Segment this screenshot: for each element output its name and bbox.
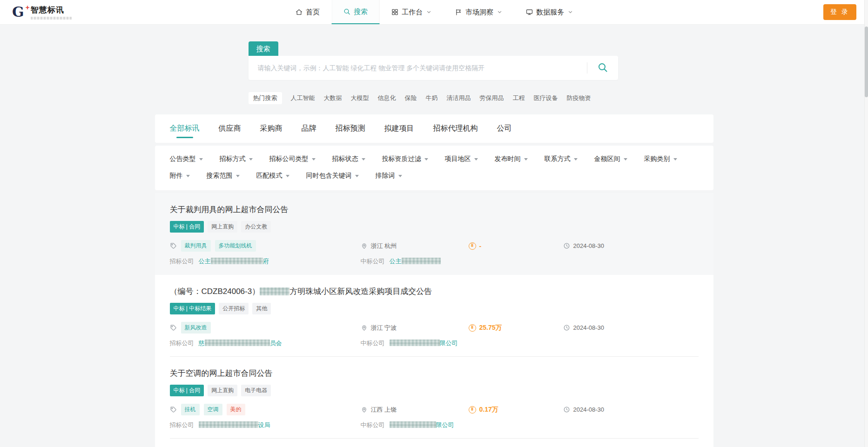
filter-include-keywords[interactable]: 同时包含关键词: [306, 172, 359, 180]
filter-bid-method[interactable]: 招标方式: [220, 155, 253, 163]
filter-label: 招标状态: [332, 155, 358, 163]
tender-company-name[interactable]: 公主府: [199, 258, 269, 265]
redacted-text: [211, 258, 263, 264]
filter-match-mode[interactable]: 匹配模式: [256, 172, 289, 180]
result-title[interactable]: 关于空调的网上超市合同公告: [170, 368, 699, 379]
result-meta-row: 新风改造浙江 宁波¥25.75万2024-08-30: [170, 322, 699, 334]
tender-company: 招标公司公主府: [170, 257, 361, 266]
tab-all-bids[interactable]: 全部标讯: [170, 114, 200, 143]
winner-company-name[interactable]: 限公司: [390, 340, 458, 347]
keyword-tag[interactable]: 空调: [204, 404, 222, 415]
keyword-tag[interactable]: 多功能划线机: [215, 240, 256, 252]
filter-amount-range[interactable]: 金额区间: [594, 155, 627, 163]
date-text: 2024-08-30: [573, 242, 605, 249]
filter-attachment[interactable]: 附件: [170, 172, 190, 180]
tab-purchaser[interactable]: 采购商: [260, 114, 283, 143]
filter-exclude-words[interactable]: 排除词: [376, 172, 402, 180]
keyword-tag[interactable]: 新风改造: [181, 322, 211, 334]
filter-bid-company-type[interactable]: 招标公司类型: [269, 155, 316, 163]
amount-text: 0.17万: [479, 406, 498, 414]
text-fragment: 府: [263, 258, 269, 265]
scrollbar-thumb[interactable]: [865, 27, 868, 97]
logo[interactable]: G+ 智慧标讯: [12, 5, 72, 20]
tag-icon: [170, 406, 177, 413]
hot-search-tag[interactable]: 防疫物资: [567, 94, 591, 102]
hot-search-tag[interactable]: 医疗设备: [534, 94, 558, 102]
text-fragment: 关于裁判用具的网上超市合同公告: [170, 205, 289, 214]
filter-bid-status[interactable]: 招标状态: [332, 155, 365, 163]
hot-search-tag[interactable]: 人工智能: [291, 94, 315, 102]
tab-bid-prediction[interactable]: 招标预测: [336, 114, 365, 143]
result-item: （编号：CDZB24006-3）方明珠城小区新风改造采购项目成交公告中标 | 中…: [155, 275, 713, 357]
result-title[interactable]: 关于裁判用具的网上超市合同公告: [170, 204, 699, 215]
keyword-tag[interactable]: 美的: [227, 404, 245, 415]
monitor-icon: [525, 8, 533, 16]
result-amount: ¥25.75万: [469, 324, 563, 332]
category-tabs: 全部标讯供应商采购商品牌招标预测拟建项目招标代理机构公司: [155, 114, 713, 143]
filter-label: 搜索范围: [207, 172, 233, 180]
caret-down-icon: [398, 175, 402, 177]
caret-down-icon: [673, 158, 677, 160]
winner-company-name[interactable]: 公主: [390, 258, 441, 265]
result-date: 2024-08-30: [563, 324, 605, 331]
search-section: 搜索 热门搜索 人工智能大数据大模型信息化保险牛奶清洁用品劳保用品工程医疗设备防…: [155, 25, 713, 104]
nav-item-workbench[interactable]: 工作台: [379, 0, 443, 24]
tag-icon: [170, 242, 177, 249]
filter-label: 同时包含关键词: [306, 172, 352, 180]
hot-search-tag[interactable]: 保险: [405, 94, 417, 102]
keyword-tag[interactable]: 挂机: [181, 404, 200, 415]
filter-row-2: 附件搜索范围匹配模式同时包含关键词排除词: [170, 172, 699, 185]
clock-icon: [563, 324, 570, 331]
result-meta-row: 挂机空调美的江西 上饶¥0.17万2024-08-30: [170, 404, 699, 415]
nav-item-data-service[interactable]: 数据服务: [514, 0, 585, 24]
caret-down-icon: [474, 158, 478, 160]
search-icon: [597, 62, 608, 74]
hot-search-tag[interactable]: 信息化: [378, 94, 396, 102]
result-keywords: 挂机空调美的: [170, 404, 361, 415]
tab-supplier[interactable]: 供应商: [219, 114, 241, 143]
filter-search-scope[interactable]: 搜索范围: [207, 172, 240, 180]
keyword-tag[interactable]: 裁判用具: [181, 240, 211, 252]
tab-label: 招标预测: [336, 124, 365, 133]
tender-company-name[interactable]: 慈员会: [199, 340, 282, 347]
filter-procurement-category[interactable]: 采购类别: [644, 155, 677, 163]
nav-item-home[interactable]: 首页: [283, 0, 331, 24]
nav-item-label: 数据服务: [536, 8, 564, 17]
tab-bid-agency[interactable]: 招标代理机构: [433, 114, 478, 143]
hot-search-tag[interactable]: 劳保用品: [480, 94, 504, 102]
filter-contact-info[interactable]: 联系方式: [545, 155, 578, 163]
login-button[interactable]: 登 录: [823, 4, 856, 20]
hot-search-tag[interactable]: 清洁用品: [447, 94, 471, 102]
scrollbar-track[interactable]: [864, 0, 868, 447]
result-location: 浙江 杭州: [361, 242, 469, 250]
hot-search-tag[interactable]: 大模型: [351, 94, 369, 102]
redacted-text: [205, 340, 270, 346]
result-title[interactable]: （编号：CDZB24006-3）方明珠城小区新风改造采购项目成交公告: [170, 286, 699, 297]
winner-company-name[interactable]: 限公司: [390, 421, 454, 428]
text-fragment: 限公司: [440, 340, 458, 347]
result-tag-row: 中标 | 合同网上直购电子电器: [170, 385, 699, 396]
tab-proposed-project[interactable]: 拟建项目: [384, 114, 414, 143]
result-amount: ¥-: [469, 242, 563, 250]
result-item: 关于裁判用具的网上超市合同公告中标 | 合同网上直购办公文教裁判用具多功能划线机…: [155, 193, 713, 275]
filter-qualification-filter[interactable]: 投标资质过滤: [382, 155, 428, 163]
filter-label: 投标资质过滤: [382, 155, 421, 163]
search-tab-label[interactable]: 搜索: [249, 41, 278, 56]
filter-project-region[interactable]: 项目地区: [445, 155, 478, 163]
caret-down-icon: [249, 158, 253, 160]
nav-item-label: 首页: [306, 8, 320, 17]
hot-search-tag[interactable]: 大数据: [324, 94, 342, 102]
hot-search-tag[interactable]: 牛奶: [426, 94, 438, 102]
search-input[interactable]: [249, 64, 587, 72]
hot-search-tag[interactable]: 工程: [513, 94, 525, 102]
filter-announcement-type[interactable]: 公告类型: [170, 155, 203, 163]
nav-item-search[interactable]: 搜索: [331, 0, 379, 24]
nav-item-market-insight[interactable]: 市场洞察: [443, 0, 514, 24]
tab-brand[interactable]: 品牌: [302, 114, 316, 143]
tab-company[interactable]: 公司: [497, 114, 512, 143]
result-location: 江西 上饶: [361, 406, 469, 414]
filter-publish-time[interactable]: 发布时间: [495, 155, 528, 163]
search-submit-button[interactable]: [587, 56, 618, 80]
tender-company-name[interactable]: 设局: [199, 421, 270, 428]
chevron-down-icon: [426, 9, 431, 15]
